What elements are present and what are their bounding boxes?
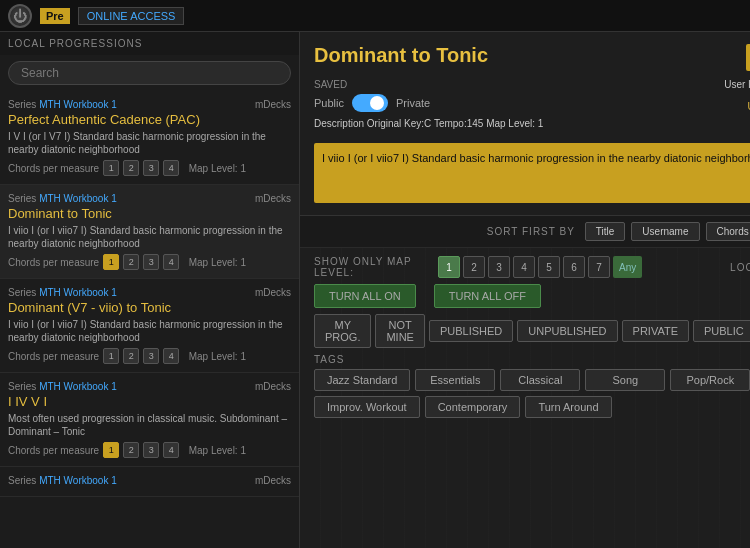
prog-desc: I viio I (or I viio7 I) Standard basic h… — [8, 224, 291, 250]
sort-bar: SORT FIRST BY Title Username Chords per … — [300, 216, 750, 248]
power-button[interactable]: ⏻ — [8, 4, 32, 28]
tags-label: TAGS — [314, 354, 750, 365]
prog-title: I IV V I — [8, 394, 291, 409]
include-public-button[interactable]: PUBLIC — [693, 320, 750, 342]
measure-btn-1[interactable]: 1 — [103, 254, 119, 270]
list-item[interactable]: Series MTH Workbook 1 mDecks Dominant (V… — [0, 279, 299, 373]
turn-all-off-button[interactable]: TURN ALL OFF — [434, 284, 541, 308]
toggle-knob — [370, 96, 384, 110]
measure-btn-1[interactable]: 1 — [103, 160, 119, 176]
tag-song-button[interactable]: Song — [585, 369, 665, 391]
series-label: Series MTH Workbook 1 — [8, 475, 117, 486]
prog-title: Perfect Authentic Cadence (PAC) — [8, 112, 291, 127]
map-level-4-button[interactable]: 4 — [513, 256, 535, 278]
measure-btn-3[interactable]: 3 — [143, 442, 159, 458]
map-level-5-button[interactable]: 5 — [538, 256, 560, 278]
include-unpublished-button[interactable]: UNPUBLISHED — [517, 320, 617, 342]
map-level-7-button[interactable]: 7 — [588, 256, 610, 278]
tag-classical-button[interactable]: Classical — [500, 369, 580, 391]
series-source: mDecks — [255, 193, 291, 204]
tag-contemporary-button[interactable]: Contemporary — [425, 396, 521, 418]
measure-btn-2[interactable]: 2 — [123, 160, 139, 176]
prog-meta: Chords per measure 1234 Map Level: 1 — [8, 442, 291, 458]
prog-title: Dominant to Tonic — [8, 206, 291, 221]
include-my-prog.-button[interactable]: MY PROG. — [314, 314, 371, 348]
search-bar — [0, 55, 299, 91]
include-published-button[interactable]: PUBLISHED — [429, 320, 513, 342]
tag-jazz-standard-button[interactable]: Jazz Standard — [314, 369, 410, 391]
series-label: Series MTH Workbook 1 — [8, 287, 117, 298]
tag-improv.-workout-button[interactable]: Improv. Workout — [314, 396, 420, 418]
map-level-2-button[interactable]: 2 — [463, 256, 485, 278]
map-level-6-button[interactable]: 6 — [563, 256, 585, 278]
prog-desc: I viio I (or I viio7 I) Standard basic h… — [8, 318, 291, 344]
measure-btn-1[interactable]: 1 — [103, 348, 119, 364]
left-panel: LOCAL PROGRESSIONS Series MTH Workbook 1… — [0, 32, 300, 548]
measure-btn-3[interactable]: 3 — [143, 254, 159, 270]
measure-btn-1[interactable]: 1 — [103, 442, 119, 458]
map-level-3-button[interactable]: 3 — [488, 256, 510, 278]
measure-btn-4[interactable]: 4 — [163, 160, 179, 176]
top-bar: ⏻ Pre ONLINE ACCESS — [0, 0, 750, 32]
local-filters-label: LOCAL FILTERS — [730, 262, 750, 273]
measure-btn-4[interactable]: 4 — [163, 442, 179, 458]
user-id: User Id: 27 (mDecks) — [724, 79, 750, 90]
measure-btn-4[interactable]: 4 — [163, 254, 179, 270]
prog-meta: Chords per measure 1234 Map Level: 1 — [8, 348, 291, 364]
series-source: mDecks — [255, 287, 291, 298]
include-private-button[interactable]: PRIVATE — [622, 320, 689, 342]
right-panel: Dominant to Tonic LOAD SAVED Public Priv… — [300, 32, 750, 548]
logo: Pre — [40, 8, 70, 24]
tags-row: Jazz StandardEssentialsClassicalSongPop/… — [314, 369, 750, 418]
search-input[interactable] — [8, 61, 291, 85]
sort-title-button[interactable]: Title — [585, 222, 626, 241]
measure-btn-3[interactable]: 3 — [143, 160, 159, 176]
load-button[interactable]: LOAD — [746, 44, 750, 71]
series-label: Series MTH Workbook 1 — [8, 381, 117, 392]
sort-chords-button[interactable]: Chords per measure — [706, 222, 751, 241]
online-access-badge: ONLINE ACCESS — [78, 7, 185, 25]
map-level-any-button[interactable]: Any — [613, 256, 642, 278]
detail-title: Dominant to Tonic — [314, 44, 488, 67]
measure-btn-2[interactable]: 2 — [123, 348, 139, 364]
online-id: Online Id: 463 — [724, 90, 750, 101]
unpublished-badge: UNPUBLISHED — [724, 101, 750, 112]
tag-essentials-button[interactable]: Essentials — [415, 369, 495, 391]
prog-meta: Chords per measure 1234 Map Level: 1 — [8, 254, 291, 270]
sort-label: SORT FIRST BY — [487, 226, 575, 237]
list-item[interactable]: Series MTH Workbook 1 mDecks — [0, 467, 299, 497]
filters-area: SHOW ONLY MAP LEVEL: 1234567Any LOCAL FI… — [300, 248, 750, 548]
include-not-mine-button[interactable]: NOT MINE — [375, 314, 425, 348]
list-item[interactable]: Series MTH Workbook 1 mDecks Dominant to… — [0, 185, 299, 279]
measure-btn-2[interactable]: 2 — [123, 254, 139, 270]
description-row: Description Original Key:C Tempo:145 Map… — [314, 118, 543, 129]
turn-all-on-button[interactable]: TURN ALL ON — [314, 284, 416, 308]
public-label: Public — [314, 97, 344, 109]
series-source: mDecks — [255, 381, 291, 392]
measure-btn-4[interactable]: 4 — [163, 348, 179, 364]
prog-meta: Chords per measure 1234 Map Level: 1 — [8, 160, 291, 176]
sort-username-button[interactable]: Username — [631, 222, 699, 241]
progression-list: Series MTH Workbook 1 mDecks Perfect Aut… — [0, 91, 299, 548]
private-label: Private — [396, 97, 430, 109]
list-item[interactable]: Series MTH Workbook 1 mDecks I IV V I Mo… — [0, 373, 299, 467]
series-source: mDecks — [255, 99, 291, 110]
power-icon: ⏻ — [13, 8, 27, 24]
map-level-label: SHOW ONLY MAP LEVEL: — [314, 256, 434, 278]
map-level-1-button[interactable]: 1 — [438, 256, 460, 278]
list-item[interactable]: Series MTH Workbook 1 mDecks Perfect Aut… — [0, 91, 299, 185]
measure-btn-3[interactable]: 3 — [143, 348, 159, 364]
local-progressions-header: LOCAL PROGRESSIONS — [0, 32, 299, 55]
tag-turn-around-button[interactable]: Turn Around — [525, 396, 611, 418]
turn-all-row: TURN ALL ON TURN ALL OFF INCLUDE: — [314, 284, 750, 308]
measure-btn-2[interactable]: 2 — [123, 442, 139, 458]
detail-area: Dominant to Tonic LOAD SAVED Public Priv… — [300, 32, 750, 216]
series-source: mDecks — [255, 475, 291, 486]
main-layout: LOCAL PROGRESSIONS Series MTH Workbook 1… — [0, 32, 750, 548]
prog-desc: I V I (or I V7 I) Standard basic harmoni… — [8, 130, 291, 156]
include-row: MY PROG.NOT MINEPUBLISHEDUNPUBLISHEDPRIV… — [314, 314, 750, 348]
saved-label: SAVED — [314, 79, 543, 90]
public-private-toggle[interactable] — [352, 94, 388, 112]
series-label: Series MTH Workbook 1 — [8, 193, 117, 204]
tag-pop/rock-button[interactable]: Pop/Rock — [670, 369, 750, 391]
